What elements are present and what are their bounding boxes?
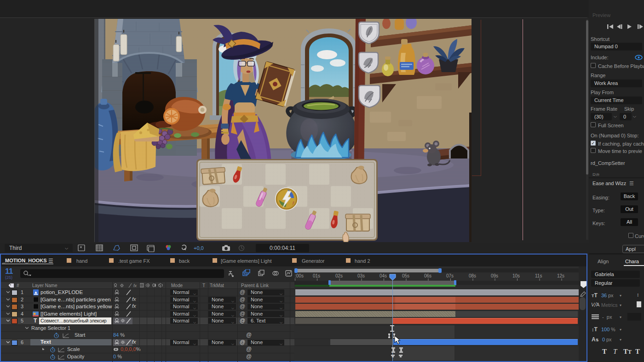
svg-text:fx: fx: [133, 283, 137, 288]
svg-text:A: A: [596, 302, 600, 307]
svg-text:+0,0: +0,0: [194, 245, 204, 251]
